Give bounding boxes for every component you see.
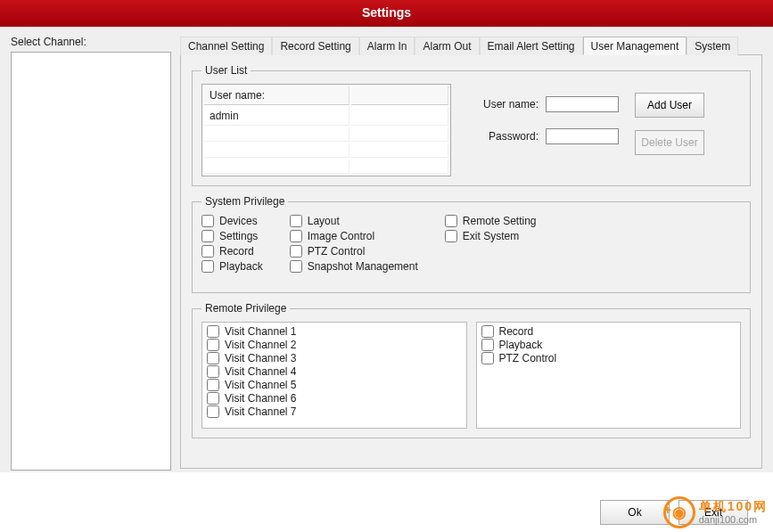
user-buttons: Add User Delete User <box>635 84 704 155</box>
priv-exit-system-check[interactable] <box>445 230 457 242</box>
remote-privilege-legend: Remote Privilege <box>201 302 290 315</box>
password-label: Password: <box>467 130 539 143</box>
remote-channel-list[interactable]: Visit Channel 1 Visit Channel 2 Visit Ch… <box>201 322 467 429</box>
tab-alarm-in[interactable]: Alarm In <box>359 37 415 55</box>
user-list-group: User List User name: admin <box>192 64 751 186</box>
left-column: Select Channel: <box>11 36 171 469</box>
table-cell[interactable] <box>204 127 349 142</box>
visit-channel-5: Visit Channel 5 <box>207 379 462 391</box>
footer-buttons: Ok Exit <box>600 500 748 525</box>
credential-fields: User name: Password: <box>467 84 619 144</box>
priv-snapshot: Snapshot Management <box>290 260 418 273</box>
priv-settings-check[interactable] <box>201 230 214 242</box>
priv-layout-check[interactable] <box>290 215 302 227</box>
table-row <box>204 127 448 142</box>
remote-playback: Playback <box>481 339 736 351</box>
remote-record: Record <box>481 325 736 338</box>
visit-channel-7: Visit Channel 7 <box>207 405 462 418</box>
visit-channel-1: Visit Channel 1 <box>207 325 462 338</box>
priv-devices: Devices <box>201 215 263 227</box>
priv-playback: Playback <box>201 260 263 273</box>
tab-email-alert[interactable]: Email Alert Setting <box>480 37 583 55</box>
priv-remote-setting: Remote Setting <box>445 215 537 227</box>
priv-devices-check[interactable] <box>201 215 214 227</box>
table-row <box>204 143 448 158</box>
visit-channel-2: Visit Channel 2 <box>207 339 462 351</box>
priv-playback-check[interactable] <box>201 260 214 273</box>
visit-channel-6: Visit Channel 6 <box>207 392 462 405</box>
ok-button[interactable]: Ok <box>600 500 670 525</box>
system-privilege-legend: System Privilege <box>201 195 288 208</box>
priv-ptz-control-check[interactable] <box>290 245 302 258</box>
table-row <box>204 160 448 174</box>
tab-strip: Channel Setting Record Setting Alarm In … <box>180 36 762 55</box>
user-table[interactable]: User name: admin <box>201 84 451 176</box>
tab-record-setting[interactable]: Record Setting <box>272 37 358 55</box>
remote-ptz: PTZ Control <box>481 352 736 364</box>
priv-image-control-check[interactable] <box>290 230 302 242</box>
priv-col-3: Remote Setting Exit System <box>445 215 537 273</box>
priv-col-2: Layout Image Control PTZ Control Snapsho… <box>290 215 418 273</box>
add-user-button[interactable]: Add User <box>635 93 704 118</box>
tab-alarm-out[interactable]: Alarm Out <box>415 37 479 55</box>
priv-record-check[interactable] <box>201 245 214 258</box>
delete-user-button: Delete User <box>635 130 704 155</box>
table-cell[interactable]: admin <box>204 107 349 126</box>
visit-channel-4: Visit Channel 4 <box>207 365 462 378</box>
remote-privilege-group: Remote Privilege Visit Channel 1 Visit C… <box>192 302 751 438</box>
title-bar: Settings <box>0 0 773 27</box>
username-label: User name: <box>467 98 539 110</box>
password-input[interactable] <box>546 128 619 144</box>
exit-button[interactable]: Exit <box>678 500 748 525</box>
table-cell[interactable] <box>204 160 349 174</box>
priv-layout: Layout <box>290 215 418 227</box>
right-column: Channel Setting Record Setting Alarm In … <box>180 36 762 469</box>
priv-snapshot-check[interactable] <box>290 260 302 273</box>
priv-ptz-control: PTZ Control <box>290 245 418 258</box>
channel-listbox[interactable] <box>11 52 171 471</box>
content-area: Select Channel: Channel Setting Record S… <box>0 27 773 472</box>
user-list-legend: User List <box>201 64 251 77</box>
priv-settings: Settings <box>201 230 263 242</box>
remote-action-list[interactable]: Record Playback PTZ Control <box>476 322 742 429</box>
tab-channel-setting[interactable]: Channel Setting <box>180 37 272 55</box>
system-privilege-group: System Privilege Devices Settings Record… <box>192 195 751 293</box>
tab-system[interactable]: System <box>687 37 738 55</box>
priv-col-1: Devices Settings Record Playback <box>201 215 263 273</box>
username-input[interactable] <box>546 96 619 112</box>
user-col-header: User name: <box>204 86 349 105</box>
priv-exit-system: Exit System <box>445 230 537 242</box>
priv-image-control: Image Control <box>290 230 418 242</box>
visit-channel-3: Visit Channel 3 <box>207 352 462 364</box>
select-channel-label: Select Channel: <box>11 36 171 48</box>
tab-user-management[interactable]: User Management <box>583 37 687 55</box>
table-cell[interactable] <box>204 143 349 158</box>
page-title: Settings <box>362 5 411 20</box>
priv-remote-setting-check[interactable] <box>445 215 457 227</box>
priv-record: Record <box>201 245 263 258</box>
tab-body: User List User name: admin <box>180 55 762 469</box>
table-row: admin <box>204 107 448 126</box>
user-col-header-spacer <box>351 86 448 105</box>
